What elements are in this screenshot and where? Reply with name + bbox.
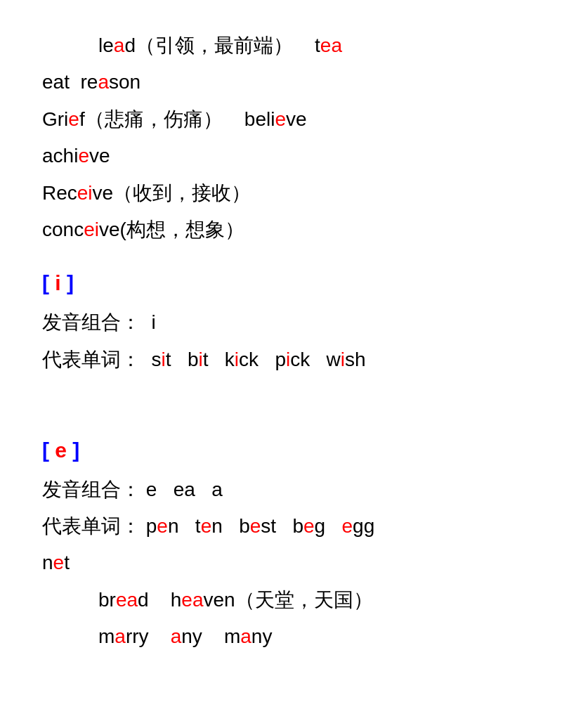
net-n: n (42, 552, 53, 573)
i-section-header: [ i ] (42, 264, 520, 302)
e-pron-e: e (146, 479, 157, 500)
i-pronunciation-value: i (152, 311, 156, 333)
e-words-line2: net (42, 545, 520, 580)
any-ny: ny m (181, 625, 240, 647)
e-pronunciation-line: 发音组合： e ea a (42, 472, 520, 507)
top-line-6: conceive(构想，想象） (42, 212, 520, 247)
sit-word: s (152, 349, 162, 370)
i-bracket-open: [ (42, 271, 55, 294)
grief-e: e (68, 108, 79, 130)
top-line-2: eat reason (42, 65, 520, 100)
e-section: [ e ] 发音组合： e ea a 代表单词： pen ten best be… (42, 431, 520, 655)
net-t: t (64, 552, 70, 573)
beg-e: e (303, 515, 315, 537)
receive-rest: ve（收到，接收） (93, 182, 251, 204)
many-ny: ny (251, 625, 273, 647)
pen-n: n t (168, 515, 201, 537)
many-a: a (240, 625, 251, 647)
heaven-ea: ea (181, 589, 203, 611)
e-bracket-close: ] (67, 438, 79, 462)
marry-rry: rry (126, 625, 171, 647)
ten-e: e (201, 515, 212, 537)
pen-e: e (157, 515, 168, 537)
tea-ea: ea (320, 34, 342, 56)
pen-p: p (146, 515, 157, 537)
grief-gri: Gri (42, 108, 68, 130)
top-section: lead（引领，最前端） tea eat reason Grief（悲痛，伤痛）… (42, 28, 520, 247)
e-words-label: 代表单词： (42, 515, 140, 537)
lead-le: le (98, 34, 114, 56)
top-line-1: lead（引领，最前端） tea (98, 28, 520, 63)
bread-br: br (98, 589, 116, 611)
bread-ea: ea (116, 589, 138, 611)
conceive-ei: ei (84, 219, 99, 240)
top-line-3: Grief（悲痛，伤痛） believe (42, 102, 520, 137)
bit-t: t k (203, 349, 235, 370)
net-e: e (53, 552, 65, 573)
i-phoneme: i (55, 271, 60, 294)
kick-ck: ck p (239, 349, 286, 370)
sit-t: t b (166, 349, 199, 370)
beg-g: g (315, 515, 342, 537)
receive-ei: ei (77, 182, 93, 204)
egg-gg: gg (353, 515, 374, 537)
i-pronunciation-label: 发音组合： (42, 311, 152, 333)
lead-rest: d（引领，最前端） t (124, 34, 320, 56)
i-pronunciation-line: 发音组合： i (42, 305, 520, 340)
achieve-achi: achi (42, 145, 78, 167)
pick-ck: ck w (290, 349, 341, 370)
eat-word: eat re (42, 71, 98, 93)
receive-rec: Rec (42, 182, 77, 204)
heaven-rest: ven（天堂，天国） (203, 589, 372, 611)
i-words-label: 代表单词： (42, 349, 152, 370)
lead-a: a (114, 34, 125, 56)
e-pron-ea: ea (174, 479, 195, 500)
marry-a: a (115, 625, 126, 647)
e-words-indented-1: bread heaven（天堂，天国） (98, 583, 520, 618)
egg-e: e (341, 515, 353, 537)
believe-e: e (275, 108, 286, 130)
any-a: a (171, 625, 182, 647)
ten-n: n b (211, 515, 249, 537)
e-words-line1: 代表单词： pen ten best beg egg (42, 509, 520, 544)
e-pron-a: a (211, 479, 223, 500)
best-st: st b (261, 515, 303, 537)
marry-m: m (98, 625, 115, 647)
e-words-indented-2: marry any many (98, 619, 520, 654)
achieve-e: e (78, 145, 89, 167)
i-bracket-close: ] (61, 271, 74, 294)
bread-d: d h (138, 589, 181, 611)
i-words-line: 代表单词： sit bit kick pick wish (42, 342, 520, 377)
i-section: [ i ] 发音组合： i 代表单词： sit bit kick pick wi… (42, 264, 520, 377)
wish-sh: sh (345, 349, 366, 370)
e-pronunciation-label: 发音组合： (42, 479, 140, 500)
believe-ve: ve (286, 108, 307, 130)
e-phoneme: e (55, 438, 67, 462)
grief-rest: f（悲痛，伤痛） beli (79, 108, 275, 130)
conceive-conc: conc (42, 219, 84, 240)
conceive-rest: ve(构想，想象） (99, 219, 244, 240)
top-line-4: achieve (42, 138, 520, 174)
e-bracket-open: [ (42, 438, 55, 462)
reason-son: son (109, 71, 140, 93)
e-section-header: [ e ] (42, 431, 520, 469)
top-line-5: Receive（收到，接收） (42, 176, 520, 211)
reason-a: a (98, 71, 109, 93)
achieve-ve: ve (89, 145, 110, 167)
best-e: e (250, 515, 261, 537)
